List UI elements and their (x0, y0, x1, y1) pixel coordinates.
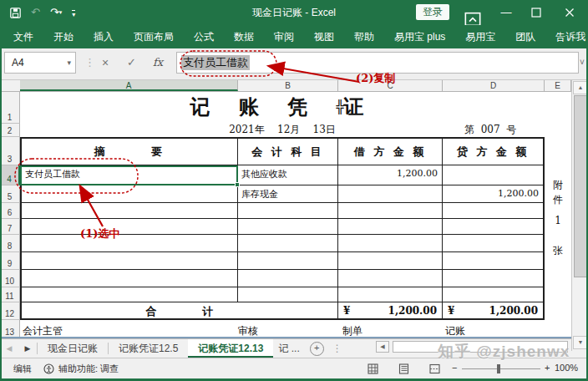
menu-tab-yiyongbao[interactable]: 易用宝 (455, 25, 505, 48)
row-header-8[interactable]: 8 (0, 235, 20, 252)
fx-icon[interactable]: fx (153, 52, 163, 74)
menu-tab-page-layout[interactable]: 页面布局 (124, 25, 184, 48)
menu-tab-team[interactable]: 团队 (505, 25, 545, 48)
cell-d6[interactable] (443, 203, 543, 219)
name-box-dropdown-icon[interactable]: ▾ (67, 53, 71, 73)
menu-tab-file[interactable]: 文件 (3, 25, 43, 48)
cell-b5-account[interactable]: 库存现金 (238, 185, 338, 203)
column-header-e[interactable]: E (545, 80, 571, 91)
row-header-7[interactable]: 7 (0, 219, 20, 235)
minimize-button[interactable]: — (498, 0, 514, 25)
zoom-out-icon[interactable]: − (452, 363, 457, 373)
view-normal-icon[interactable] (368, 363, 378, 374)
cell-d9[interactable] (443, 252, 543, 270)
vertical-scroll-thumb[interactable] (574, 95, 587, 277)
cell-c11[interactable] (338, 287, 443, 302)
cell-c7[interactable] (338, 219, 443, 235)
column-header-b[interactable]: B (238, 80, 338, 91)
menu-tab-view[interactable]: 视图 (304, 25, 344, 48)
cell-c9[interactable] (338, 252, 443, 270)
menu-tab-insert[interactable]: 插入 (84, 25, 124, 48)
cancel-icon[interactable]: × (102, 52, 109, 74)
column-header-a[interactable]: A (20, 80, 238, 91)
cell-d10[interactable] (443, 270, 543, 287)
attachment-unit[interactable]: 张 (545, 244, 571, 258)
menu-tab-yiyongbao-plus[interactable]: 易用宝 plus (384, 25, 455, 48)
cell-d11[interactable] (443, 287, 543, 302)
row-header-1[interactable]: 1 (0, 92, 20, 124)
cell-d7[interactable] (443, 219, 543, 235)
zoom-in-icon[interactable]: + (545, 363, 550, 373)
cell-a10[interactable] (22, 270, 238, 287)
sheet-tab-voucher-12-13[interactable]: 记账凭证12.13 (188, 339, 273, 358)
horizontal-scroll-track[interactable] (393, 341, 568, 353)
cell-b4-account[interactable]: 其他应收款 (238, 165, 338, 185)
menu-tab-review[interactable]: 审阅 (264, 25, 304, 48)
cell-b7[interactable] (238, 219, 338, 235)
name-box[interactable]: A4 ▾ (4, 52, 76, 74)
row-header-9[interactable]: 9 (0, 252, 20, 270)
zoom-level[interactable]: 100% (555, 363, 578, 373)
cell-a11[interactable] (22, 287, 238, 302)
accessibility-label[interactable]: 辅助功能: 调查 (58, 363, 119, 375)
menu-tab-help[interactable]: 帮助 (344, 25, 384, 48)
row-header-11[interactable]: 11 (0, 287, 20, 302)
cell-d8[interactable] (443, 235, 543, 252)
row-header-3[interactable]: 3 (0, 137, 20, 165)
fill-handle[interactable] (235, 182, 240, 187)
cell-b8[interactable] (238, 235, 338, 252)
cell-d4[interactable] (443, 165, 543, 185)
sheet-tab-voucher-12-5[interactable]: 记账凭证12.5 (109, 339, 188, 358)
row-header-2[interactable]: 2 (0, 124, 20, 137)
voucher-title[interactable]: 记 账 凭 ╬证 (20, 94, 545, 120)
voucher-total-debit[interactable]: ¥ 1,200.00 (338, 302, 443, 318)
row-header-4[interactable]: 4 (0, 165, 20, 185)
formula-expand-icon[interactable]: ˅ (580, 52, 585, 74)
cell-a8[interactable] (22, 235, 238, 252)
cell-a7[interactable] (22, 219, 238, 235)
sheet-tab-cash-journal[interactable]: 现金日记账 (38, 339, 108, 358)
attachment-label[interactable]: 附 (545, 178, 571, 192)
cell-b9[interactable] (238, 252, 338, 270)
voucher-header-account[interactable]: 会 计 科 目 (238, 139, 338, 165)
voucher-header-debit[interactable]: 借 方 金 额 (338, 139, 443, 165)
tabbar-more-icon[interactable]: ⋮ (332, 339, 342, 358)
cell-c5[interactable] (338, 185, 443, 203)
menu-tab-formulas[interactable]: 公式 (184, 25, 224, 48)
cell-c8[interactable] (338, 235, 443, 252)
view-page-layout-icon[interactable] (398, 363, 409, 374)
view-page-break-icon[interactable] (429, 363, 440, 374)
add-sheet-button[interactable]: + (310, 342, 324, 356)
voucher-total-credit[interactable]: ¥ 1,200.00 (443, 302, 543, 318)
maximize-button[interactable] (531, 8, 541, 18)
row-header-10[interactable]: 10 (0, 270, 20, 287)
sheet-nav-left-icon[interactable]: ◀ (0, 339, 18, 358)
cell-c4-debit[interactable]: 1,200.00 (338, 165, 443, 185)
cell-b11[interactable] (238, 287, 338, 302)
accessibility-icon[interactable] (43, 363, 54, 374)
zoom-slider-thumb[interactable] (497, 364, 500, 373)
row-header-12[interactable]: 12 (0, 302, 20, 320)
close-button[interactable] (565, 8, 575, 18)
login-button[interactable]: 登录 (416, 4, 449, 20)
menu-tab-data[interactable]: 数据 (224, 25, 264, 48)
row-header-5[interactable]: 5 (0, 185, 20, 203)
column-header-d[interactable]: D (443, 80, 545, 91)
voucher-total-label[interactable]: 合 计 (22, 302, 338, 318)
attachment-label[interactable]: 件 (545, 193, 571, 207)
voucher-header-credit[interactable]: 贷 方 金 额 (443, 139, 543, 165)
cell-a5[interactable] (22, 185, 238, 203)
attachment-count[interactable]: 1 (545, 215, 571, 226)
hscroll-left-icon[interactable]: ◀ (376, 341, 389, 353)
row-header-13[interactable]: 13 (0, 320, 20, 338)
cell-b10[interactable] (238, 270, 338, 287)
vertical-scrollbar[interactable]: ▲ ▼ (571, 80, 588, 351)
row-header-6[interactable]: 6 (0, 203, 20, 219)
menu-tab-tell-me[interactable]: 告诉我 (554, 25, 588, 48)
sheet-nav-right-icon[interactable]: ▶ (18, 339, 37, 358)
menu-tab-home[interactable]: 开始 (43, 25, 84, 48)
enter-icon[interactable]: ✓ (127, 52, 136, 74)
cell-a6[interactable] (22, 203, 238, 219)
voucher-header-summary[interactable]: 摘 要 (22, 139, 238, 165)
cell-c10[interactable] (338, 270, 443, 287)
